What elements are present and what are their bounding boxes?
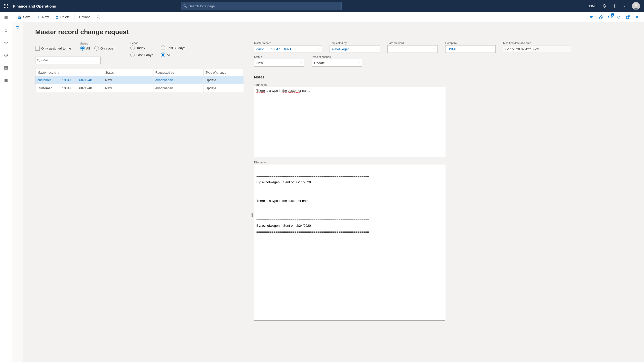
company-label: Company [445,41,496,44]
svg-point-11 [614,6,615,7]
refresh-icon[interactable] [616,15,621,20]
svg-point-14 [635,4,637,7]
detail-pane: Master record custo... 10347 6871... Req… [254,41,634,321]
search-icon [37,59,40,62]
new-button[interactable]: New [34,14,51,21]
top-header: Finance and Operations USMF [0,0,644,12]
settings-icon[interactable] [612,4,617,9]
nav-hamburger[interactable] [2,14,10,22]
chevron-down-icon [300,62,302,64]
attach-icon[interactable] [598,15,603,20]
notes-section-title[interactable]: Notes [254,72,634,81]
only-assigned-checkbox[interactable]: Only assigned to me [35,46,71,51]
svg-point-26 [592,16,593,18]
period-all-radio[interactable]: All [161,53,185,57]
status-heading: Status [80,42,115,45]
save-button[interactable]: Save [15,14,33,21]
messages-badge: 0 [611,13,614,17]
svg-rect-16 [19,16,20,17]
table-row[interactable]: Customer103476871948...NewevhofwegenUpda… [35,84,244,92]
svg-rect-0 [4,4,5,5]
radio-icon [161,46,165,50]
svg-rect-6 [4,7,5,8]
popout-icon[interactable] [625,15,630,20]
svg-rect-8 [7,7,8,8]
requested-by-lookup[interactable]: evhofwegen [330,45,380,53]
chevron-down-icon [491,48,493,50]
global-search-input[interactable] [189,4,339,8]
nav-favorites[interactable] [2,39,10,47]
data-steward-lookup[interactable] [387,45,438,53]
col-type-of-change[interactable]: Type of change [204,69,244,76]
find-button[interactable] [94,14,103,21]
col-master-record[interactable]: Master record [35,69,103,76]
trash-icon [55,15,59,19]
nav-rail [0,12,12,362]
link-icon[interactable] [589,15,594,20]
chevron-down-icon [433,48,435,50]
plus-icon [37,15,41,19]
pane-splitter[interactable] [251,211,253,218]
svg-rect-7 [6,7,6,8]
status-dropdown[interactable]: New [254,59,304,67]
col-requested-by[interactable]: Requested by [153,69,204,76]
table-row[interactable]: customer103476871948...NewevhofwegenUpda… [35,76,244,84]
type-of-change-dropdown[interactable]: Update [312,59,362,67]
nav-workspaces[interactable] [2,64,10,72]
discussion-textarea[interactable] [254,165,445,321]
grid-filter-input[interactable] [35,57,101,64]
radio-icon [94,46,99,51]
company-lookup[interactable]: USMF [445,45,496,53]
col-status[interactable]: Status [103,69,153,76]
svg-rect-4 [6,6,6,6]
chevron-down-icon [375,48,378,50]
app-launcher-icon[interactable] [2,2,10,10]
search-icon [96,15,100,19]
data-steward-label: Data steward [387,41,438,44]
messages-icon[interactable]: 0 [607,15,612,20]
global-search[interactable] [181,2,342,10]
notifications-icon[interactable] [602,4,607,9]
help-icon[interactable] [622,4,627,9]
company-indicator[interactable]: USMF [587,4,597,8]
filter-funnel-icon[interactable] [16,26,20,362]
status-label: Status [254,55,304,58]
grid-filter-field[interactable] [41,59,99,62]
period-today-radio[interactable]: Today [130,46,153,50]
svg-rect-5 [7,6,8,6]
action-bar: Save New Delete Options 0 [0,12,644,22]
radio-icon [161,53,165,57]
page-title: Master record change request [35,28,634,36]
cell-type: Update [204,84,244,92]
app-title: Finance and Operations [13,4,56,8]
cell-type: Update [204,76,244,84]
nav-recent[interactable] [2,51,10,59]
main-content: Master record change request Only assign… [23,22,644,362]
grid-body: customer103476871948...NewevhofwegenUpda… [35,76,244,92]
master-record-lookup[interactable]: custo... 10347 6871... [254,45,322,53]
delete-button[interactable]: Delete [52,14,72,21]
nav-home[interactable] [2,26,10,34]
filter-icon [57,71,60,74]
status-open-radio[interactable]: Only open [94,46,115,51]
divider [74,14,74,20]
status-all-radio[interactable]: All [80,46,90,51]
save-icon [18,15,22,19]
svg-line-24 [99,18,100,19]
your-notes-textarea[interactable]: There is a typo in the customer name [254,87,445,157]
period-last7-radio[interactable]: Last 7 days [130,53,153,57]
user-avatar[interactable] [632,2,640,10]
period-last30-radio[interactable]: Last 30 days [161,46,185,50]
nav-modules[interactable] [2,76,10,84]
svg-rect-17 [19,17,21,18]
svg-point-9 [184,5,186,7]
radio-icon [130,46,135,50]
close-icon[interactable] [634,15,639,20]
options-button[interactable]: Options [76,14,93,20]
svg-point-23 [97,16,99,18]
requested-by-label: Requested by [330,41,380,44]
svg-point-25 [590,16,592,18]
your-notes-label: Your notes [254,83,634,86]
master-record-label: Master record [254,41,322,44]
svg-rect-49 [252,213,253,217]
